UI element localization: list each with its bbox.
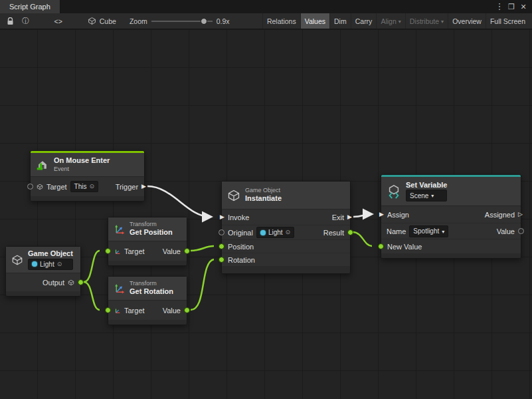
node-category: Transform: [130, 221, 173, 228]
wire-trigger-to-invoke[interactable]: [147, 186, 210, 217]
port-output[interactable]: [78, 279, 84, 285]
node-header: Game Object Light ⊙: [6, 247, 80, 273]
object-picker-icon[interactable]: ⊙: [57, 260, 62, 269]
wire-result-to-newvalue[interactable]: [353, 232, 372, 246]
node-footer: [6, 292, 80, 296]
node-row: Target Value: [108, 301, 187, 321]
cube-icon: [227, 189, 240, 202]
wire-exit-to-assign[interactable]: [353, 214, 371, 217]
node-footer: [108, 261, 187, 265]
new-value-label: New Value: [387, 243, 422, 251]
graph-name: Cube: [100, 17, 116, 25]
port-value-output[interactable]: [518, 228, 524, 234]
transform-icon: [114, 283, 125, 294]
exit-label: Exit: [332, 213, 344, 221]
lock-icon-glyph: [7, 17, 14, 25]
info-icon[interactable]: ⓘ: [18, 13, 33, 29]
variable-name-chip[interactable]: Spotlight ▾: [409, 225, 448, 237]
port-value-output[interactable]: [184, 307, 190, 313]
node-instantiate[interactable]: Game Object Instantiate ▶ Invoke Exit ▶ …: [221, 181, 351, 274]
value-label: Value: [163, 247, 181, 255]
chevron-down-icon: ▾: [399, 19, 401, 25]
trigger-label: Trigger: [116, 183, 138, 191]
node-set-variable[interactable]: Set Variable Scene ▾ ▶ Assign Assigned ▷…: [381, 174, 521, 259]
assign-label: Assign: [387, 211, 409, 219]
output-label: Output: [43, 279, 64, 287]
tab-script-graph[interactable]: Script Graph: [0, 0, 60, 13]
port-new-value-input[interactable]: [378, 243, 384, 249]
node-row: Position: [222, 240, 350, 253]
invoke-label: Invoke: [228, 213, 249, 221]
window-controls: ⋮ ❒ ✕: [493, 0, 532, 13]
result-label: Result: [323, 229, 344, 237]
chevron-down-icon: ▾: [441, 19, 444, 25]
graph-reference[interactable]: Cube: [84, 17, 120, 25]
wire-light-to-getrotation[interactable]: [84, 282, 100, 310]
zoom-label: Zoom: [130, 17, 147, 25]
wire-position-value[interactable]: [191, 246, 214, 251]
graph-canvas[interactable]: On Mouse Enter Event Target This ⊙ Trigg…: [0, 29, 532, 399]
port-invoke-input[interactable]: ▶: [220, 214, 224, 220]
node-row: Target Value: [108, 241, 187, 261]
kebab-menu-icon[interactable]: ⋮: [493, 0, 505, 13]
close-icon[interactable]: ✕: [517, 0, 529, 13]
object-picker-icon[interactable]: ⊙: [89, 182, 94, 191]
node-get-rotation[interactable]: Transform Get Rotation Target Value: [108, 276, 187, 325]
port-result-output[interactable]: [347, 229, 353, 235]
node-category: Game Object: [245, 187, 282, 194]
cube-icon: [88, 17, 96, 25]
wire-rotation-value[interactable]: [191, 259, 214, 310]
node-get-position[interactable]: Transform Get Position Target Value: [108, 217, 187, 266]
node-game-object-light[interactable]: Game Object Light ⊙ Output: [5, 246, 81, 297]
relations-button[interactable]: Relations: [262, 13, 300, 29]
object-value: Light: [40, 260, 54, 269]
object-value-chip[interactable]: Light ⊙: [28, 259, 73, 270]
target-label: Target: [124, 247, 145, 255]
node-title: Get Rotation: [130, 287, 173, 297]
port-assigned-output[interactable]: ▷: [518, 211, 523, 217]
port-trigger-output[interactable]: ▶: [141, 184, 146, 190]
value-label: Value: [497, 227, 515, 235]
port-assign-input[interactable]: ▶: [379, 211, 384, 217]
distribute-button[interactable]: Distribute ▾: [405, 13, 448, 29]
object-picker-icon[interactable]: ⊙: [286, 228, 291, 237]
node-footer: [222, 267, 350, 273]
value-label: Value: [163, 307, 181, 315]
port-target-input[interactable]: [105, 307, 111, 313]
carry-button[interactable]: Carry: [351, 13, 377, 29]
values-button[interactable]: Values: [300, 13, 329, 29]
zoom-value: 0.9x: [217, 17, 230, 25]
overview-button[interactable]: Overview: [448, 13, 486, 29]
zoom-slider[interactable]: [151, 17, 213, 25]
original-value-chip[interactable]: Light ⊙: [256, 227, 294, 238]
maximize-icon[interactable]: ❒: [505, 0, 517, 13]
target-label: Target: [124, 307, 145, 315]
node-row: Rotation: [222, 253, 350, 267]
wire-light-to-getposition[interactable]: [84, 251, 100, 282]
node-footer: [381, 254, 521, 258]
fullscreen-button[interactable]: Full Screen: [486, 13, 529, 29]
zoom-slider-handle[interactable]: [201, 18, 207, 25]
game-object-icon: [37, 184, 43, 190]
code-icon[interactable]: <>: [50, 13, 66, 29]
position-label: Position: [228, 243, 254, 251]
target-value-chip[interactable]: This ⊙: [70, 181, 98, 192]
port-value-output[interactable]: [184, 248, 190, 254]
transform-icon: [114, 307, 121, 314]
align-button[interactable]: Align ▾: [376, 13, 404, 29]
port-original-input[interactable]: [219, 229, 224, 235]
port-position-input[interactable]: [219, 243, 224, 249]
chevron-down-icon: ▾: [431, 192, 434, 200]
node-on-mouse-enter[interactable]: On Mouse Enter Event Target This ⊙ Trigg…: [30, 150, 145, 201]
variable-kind-chip[interactable]: Scene ▾: [406, 190, 447, 201]
transform-icon: [114, 248, 121, 255]
port-target-input[interactable]: [105, 248, 111, 254]
node-title: Game Object: [28, 249, 73, 259]
variable-kind: Scene: [410, 192, 428, 200]
port-rotation-input[interactable]: [219, 257, 224, 263]
align-label: Align: [381, 17, 396, 25]
lock-icon[interactable]: [3, 13, 18, 29]
dim-button[interactable]: Dim: [329, 13, 351, 29]
port-exit-output[interactable]: ▶: [347, 214, 352, 220]
port-target-input[interactable]: [27, 184, 33, 190]
